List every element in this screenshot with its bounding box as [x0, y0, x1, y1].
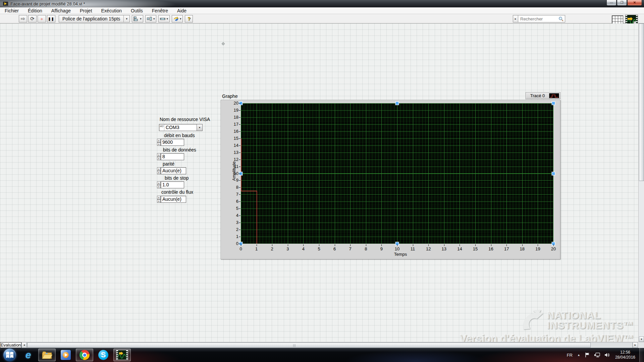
horizontal-scrollbar-thumb[interactable] [27, 343, 591, 348]
menu-item-execution[interactable]: Exécution [101, 8, 122, 13]
waveform-graph[interactable]: Amplitude Temps 012345678910111213141516… [221, 100, 560, 259]
media-player-icon [61, 350, 71, 360]
y-tick-mark [239, 124, 240, 125]
y-tick-label: 0 [226, 241, 238, 246]
increment-decrement-stepper[interactable]: ▲▼ [157, 153, 161, 160]
selection-handle[interactable] [552, 102, 555, 105]
resize-objects-dropdown[interactable]: ▾ [158, 15, 170, 22]
vertical-scrollbar-thumb[interactable] [639, 23, 644, 181]
menu-item-outils[interactable]: Outils [131, 8, 143, 13]
scroll-right-button[interactable]: ► [633, 342, 638, 348]
scrollbar-corner [638, 342, 644, 348]
search-input[interactable] [518, 15, 556, 22]
y-tick-label: 17 [226, 122, 238, 127]
baud-rate-input[interactable]: 9600 [161, 139, 184, 146]
y-tick-label: 9 [226, 178, 238, 183]
increment-decrement-stepper[interactable]: ▲▼ [157, 196, 161, 203]
connector-pane-icon[interactable] [612, 15, 623, 24]
stop-bits-label: bits de stop [165, 175, 189, 181]
ni-watermark: NATIONAL INSTRUMENTS™ Version d'évaluati… [460, 310, 634, 345]
scrollbar-grip-icon [293, 344, 296, 347]
watermark-line2: INSTRUMENTS™ [547, 320, 634, 330]
plot-legend[interactable]: Tracé 0 [526, 92, 560, 99]
scroll-left-button[interactable]: ◄ [21, 342, 27, 348]
selection-handle[interactable] [395, 102, 399, 105]
align-objects-dropdown[interactable]: ▾ [132, 15, 143, 22]
flow-control-value[interactable]: Aucun(e) [161, 196, 186, 203]
folder-icon [42, 351, 52, 359]
taskbar-labview[interactable] [113, 349, 131, 361]
menu-item-affichage[interactable]: Affichage [51, 8, 71, 13]
taskbar-skype[interactable]: S [95, 349, 112, 361]
data-bits-input[interactable]: 8 [161, 153, 184, 160]
x-tick-mark [381, 244, 382, 246]
stop-bits-input[interactable]: 1.0 [161, 181, 184, 188]
menu-item-projet[interactable]: Projet [80, 8, 92, 13]
run-button[interactable]: ⇨ [19, 15, 27, 22]
baud-rate-control: ▲▼ 9600 [157, 139, 184, 146]
minimize-button[interactable]: — [606, 0, 616, 6]
scroll-down-icon[interactable]: ▼ [639, 337, 644, 342]
visa-resource-combo[interactable]: I/O COM3 ▾ [159, 124, 203, 131]
vertical-scrollbar[interactable]: ▼ [638, 23, 644, 342]
network-icon[interactable] [594, 352, 600, 358]
y-tick-label: 3 [226, 220, 238, 225]
parity-value[interactable]: Aucun(e) [161, 167, 186, 174]
y-tick-label: 1 [226, 234, 238, 239]
increment-decrement-stepper[interactable]: ▲▼ [157, 181, 161, 188]
x-axis-title: Temps [390, 252, 411, 257]
x-tick-label: 13 [437, 246, 451, 251]
horizontal-scrollbar[interactable] [27, 342, 633, 348]
plot-area[interactable] [241, 103, 553, 244]
increment-decrement-stepper[interactable]: ▲▼ [157, 139, 161, 146]
menu-item-fenetre[interactable]: Fenêtre [152, 8, 168, 13]
x-tick-mark [319, 244, 319, 246]
language-indicator[interactable]: FR [567, 353, 573, 358]
font-selector[interactable]: Police de l'application 15pts ▾ [59, 15, 130, 22]
chevron-down-icon: ▾ [140, 17, 142, 20]
tray-time: 12:56 [615, 350, 635, 355]
menu-item-aide[interactable]: Aide [177, 8, 186, 13]
increment-decrement-stepper[interactable]: ▲▼ [157, 167, 161, 174]
y-tick-mark [239, 160, 240, 160]
chevron-down-icon: ▾ [123, 15, 129, 22]
menu-item-edition[interactable]: Édition [28, 8, 42, 13]
x-tick-mark [538, 244, 538, 246]
pause-button[interactable]: ❚❚ [47, 15, 55, 22]
y-tick-mark [239, 244, 240, 244]
taskbar-windows-explorer[interactable] [38, 349, 56, 361]
align-objects-icon [133, 16, 139, 21]
selection-handle[interactable] [552, 172, 555, 175]
tray-chevron-icon[interactable]: ▲ [577, 353, 580, 357]
x-tick-mark [506, 244, 507, 246]
legend-trace-glyph [549, 93, 559, 98]
show-desktop-button[interactable] [639, 348, 644, 362]
app-icon [3, 1, 8, 6]
y-tick-mark [239, 167, 240, 167]
visa-resource-label: Nom de ressource VISA [160, 117, 210, 122]
close-button[interactable]: ✕ [627, 0, 642, 6]
x-tick-label: 10 [390, 246, 404, 251]
search-history-button[interactable]: ▸ [513, 15, 518, 22]
taskbar-chrome[interactable] [76, 349, 93, 361]
taskbar-internet-explorer[interactable]: e [19, 349, 37, 361]
x-tick-mark [413, 244, 413, 246]
taskbar-media-player[interactable] [57, 349, 74, 361]
front-panel[interactable]: Nom de ressource VISA I/O COM3 ▾ débit e… [0, 23, 644, 342]
evaluation-tab[interactable]: Evaluation [0, 342, 21, 348]
start-button[interactable] [3, 349, 16, 361]
action-center-flag-icon[interactable] [585, 352, 590, 358]
volume-icon[interactable] [604, 352, 610, 358]
reorder-dropdown[interactable]: ▾ [172, 15, 183, 22]
chevron-down-icon[interactable]: ▾ [197, 124, 202, 131]
help-button[interactable]: ? [185, 15, 193, 22]
abort-button[interactable]: ● [38, 15, 46, 22]
x-tick-mark [475, 244, 476, 246]
clock[interactable]: 12:56 28/04/2016 [615, 350, 635, 360]
x-tick-label: 4 [297, 246, 310, 251]
taskbar: e S FR [0, 348, 644, 362]
menu-item-fichier[interactable]: Fichier [5, 8, 19, 13]
run-continuous-button[interactable]: ⟳ [28, 15, 37, 22]
distribute-objects-dropdown[interactable]: ▾ [145, 15, 157, 22]
restore-button[interactable]: ❐ [617, 0, 627, 6]
